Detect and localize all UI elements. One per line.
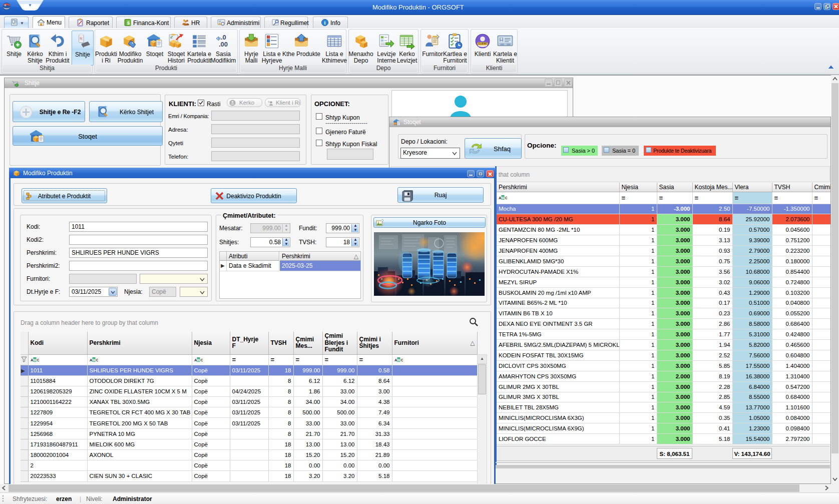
svg-text:B: B bbox=[502, 196, 505, 200]
svg-text:i: i bbox=[324, 20, 326, 26]
svg-text:$: $ bbox=[127, 21, 130, 26]
svg-text:C: C bbox=[400, 358, 403, 362]
svg-text:▼: ▼ bbox=[28, 3, 32, 8]
svg-text:.0: .0 bbox=[221, 34, 226, 41]
svg-text:B: B bbox=[397, 357, 400, 362]
svg-text:C: C bbox=[37, 358, 39, 362]
svg-text:C: C bbox=[200, 358, 203, 362]
svg-text:B: B bbox=[92, 357, 95, 362]
svg-text:CLIENT: CLIENT bbox=[479, 43, 487, 45]
svg-text:.00: .00 bbox=[219, 41, 228, 48]
svg-text:B: B bbox=[33, 357, 36, 362]
svg-text:B: B bbox=[197, 357, 200, 362]
svg-text:C: C bbox=[505, 196, 508, 200]
svg-text:C: C bbox=[96, 358, 98, 362]
